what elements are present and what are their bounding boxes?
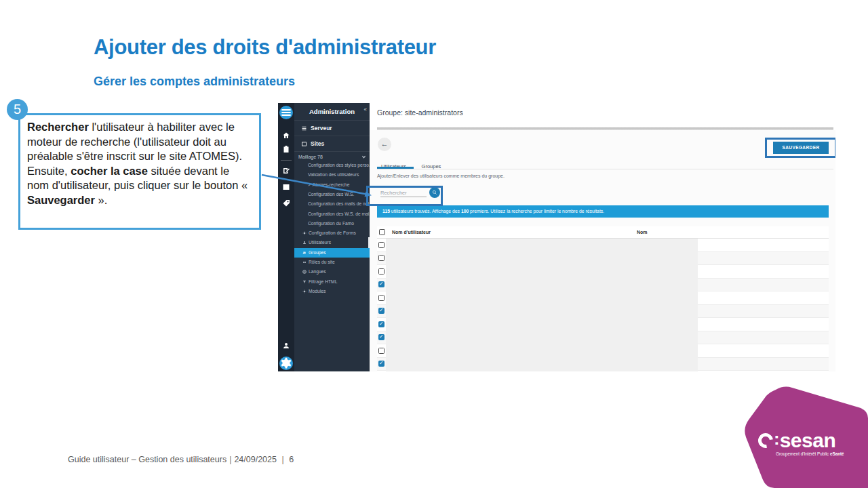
column-header-username: Nom d'utilisateur: [392, 230, 431, 235]
instruction-text-4: ».: [95, 194, 107, 206]
sesan-brand-line: : sesan: [758, 432, 861, 449]
clipboard-icon[interactable]: [282, 145, 290, 153]
page-subtitle: Gérer les comptes administrateurs: [94, 75, 295, 89]
group-detail-panel: Groupe: site-administrators ← SAUVEGARDE…: [370, 103, 835, 371]
instruction-bold-sauvegarder: Sauvegarder: [27, 194, 95, 206]
row-checkbox[interactable]: [378, 281, 384, 287]
admin-sidebar: Administration « Serveur Sites Maillage …: [294, 103, 370, 371]
instruction-line-2: Ensuite, cocher la case située devant le…: [27, 164, 252, 208]
footer-doc-title: Guide utilisateur – Gestion des utilisat…: [68, 455, 226, 464]
sidebar-item-label: Groupes: [309, 250, 326, 255]
tagline-text: Groupement d'Intérêt Public: [776, 451, 830, 456]
sites-icon: [301, 141, 307, 147]
tab-bar: Utilisateurs Groupes: [377, 159, 833, 169]
sidebar-item-sites[interactable]: Sites: [294, 136, 370, 152]
sidebar-item-langues[interactable]: Langues: [294, 267, 370, 277]
sidebar-item-label: Filtrage HTML: [309, 279, 337, 284]
back-button[interactable]: ←: [378, 138, 391, 151]
section-label: Maillage 78: [298, 155, 323, 159]
home-icon[interactable]: [282, 131, 290, 140]
callout-connector-line: [260, 169, 378, 202]
page-title: Ajouter des droits d'administrateur: [94, 35, 436, 60]
footer-separator: |: [229, 455, 231, 464]
footer-separator: |: [281, 455, 283, 464]
row-checkbox[interactable]: [378, 361, 384, 367]
user-icon: [302, 241, 307, 245]
table-header: Nom d'utilisateur Nom: [377, 226, 829, 239]
group-card: ← SAUVEGARDER Utilisateurs Groupes Ajout…: [370, 130, 835, 371]
sidebar-item-config-ws-mail[interactable]: Configuration des W.S. de mai...: [294, 209, 370, 219]
slide: Ajouter des droits d'administrateur Gére…: [0, 0, 868, 488]
sidebar-item-roles[interactable]: Rôles du site: [294, 258, 370, 267]
group-page-title: Groupe: site-administrators: [377, 108, 463, 117]
row-checkbox[interactable]: [378, 334, 384, 340]
sidebar-item-filtrage[interactable]: Filtrage HTML: [294, 277, 370, 287]
instruction-bold-cocher: cocher la case: [71, 165, 148, 177]
sidebar-item-label: Configuration de Forms: [309, 230, 356, 235]
sesan-colon: :: [774, 428, 779, 449]
footer: Guide utilisateur – Gestion des utilisat…: [68, 455, 294, 464]
results-text: utilisateurs trouvés. Affichage des: [390, 209, 461, 214]
results-shown-count: 100: [461, 209, 469, 214]
user-table-body: [377, 239, 829, 371]
gear-icon: [302, 231, 307, 235]
rail-divider: [281, 160, 292, 161]
menu-icon[interactable]: [279, 106, 293, 119]
sidebar-title: Administration: [294, 108, 370, 115]
footer-page-number: 6: [289, 455, 294, 464]
roles-icon: [302, 260, 307, 264]
instruction-bold-rechercher: Rechercher: [27, 121, 89, 133]
sidebar-item-label: Langues: [309, 269, 326, 274]
sidebar-item-label: Utilisateurs: [309, 240, 331, 245]
row-checkbox[interactable]: [378, 268, 384, 274]
sesan-logo: : sesan Groupement d'Intérêt Public eSan…: [758, 432, 861, 456]
row-checkbox[interactable]: [378, 308, 384, 314]
sidebar-item-config-forms[interactable]: Configuration de Forms: [294, 228, 370, 238]
user-icon[interactable]: [282, 342, 290, 350]
instruction-text-2: Ensuite,: [27, 165, 71, 177]
tab-groupes[interactable]: Groupes: [416, 161, 448, 169]
footer-date: 24/09/2025: [234, 455, 277, 464]
sesan-c-mark: [755, 430, 776, 451]
sesan-brand-name: sesan: [780, 432, 836, 449]
results-banner: 115 utilisateurs trouvés. Affichage des …: [377, 205, 829, 218]
row-checkbox[interactable]: [378, 348, 384, 354]
sidebar-item-serveur[interactable]: Serveur: [294, 121, 370, 136]
panel-description: Ajouter/Enlever des utilisateurs comme m…: [377, 174, 505, 178]
row-checkbox[interactable]: [378, 242, 384, 248]
settings-gear-icon[interactable]: [279, 357, 293, 370]
filter-icon: [302, 280, 307, 284]
server-list-icon: [301, 125, 307, 131]
sidebar-item-label: Sites: [311, 140, 324, 147]
sidebar-item-modules[interactable]: Modules: [294, 287, 370, 296]
icon-rail: [278, 103, 294, 371]
sidebar-item-groupes-selected[interactable]: Groupes: [294, 248, 370, 258]
active-tab-underline: [377, 167, 414, 169]
row-checkbox[interactable]: [378, 321, 384, 327]
languages-globe-icon: [302, 270, 307, 274]
users-group-icon: [302, 251, 307, 255]
admin-app-screenshot: Administration « Serveur Sites Maillage …: [278, 103, 835, 371]
tagline-esante: eSanté: [830, 451, 844, 456]
sidebar-item-label: Modules: [309, 289, 326, 293]
sidebar-item-label: Serveur: [311, 125, 332, 131]
anonymized-usernames-area: [386, 239, 698, 371]
chevron-down-icon: [361, 155, 366, 159]
results-text: premiers. Utilisez la recherche pour lim…: [469, 209, 604, 214]
row-checkbox[interactable]: [378, 255, 384, 261]
step-badge: 5: [7, 99, 28, 120]
column-header-name: Nom: [637, 230, 648, 235]
sidebar-item-utilisateurs[interactable]: Utilisateurs: [294, 238, 370, 247]
select-all-checkbox[interactable]: [379, 229, 385, 235]
row-checkbox[interactable]: [378, 295, 384, 301]
instruction-callout: Rechercher l'utilisateur à habiliter ave…: [18, 113, 261, 230]
collapse-sidebar-icon[interactable]: «: [364, 106, 367, 113]
sidebar-header: Administration «: [294, 103, 370, 121]
save-annotation-box: [765, 138, 835, 158]
modules-gear-icon: [302, 289, 307, 293]
sidebar-item-label: Rôles du site: [309, 260, 335, 264]
sesan-tagline: Groupement d'Intérêt Public eSanté: [758, 451, 861, 456]
sidebar-item-config-famo[interactable]: Configuration du Famo: [294, 219, 370, 228]
results-count: 115: [382, 209, 390, 214]
instruction-line-1: Rechercher l'utilisateur à habiliter ave…: [27, 120, 252, 164]
